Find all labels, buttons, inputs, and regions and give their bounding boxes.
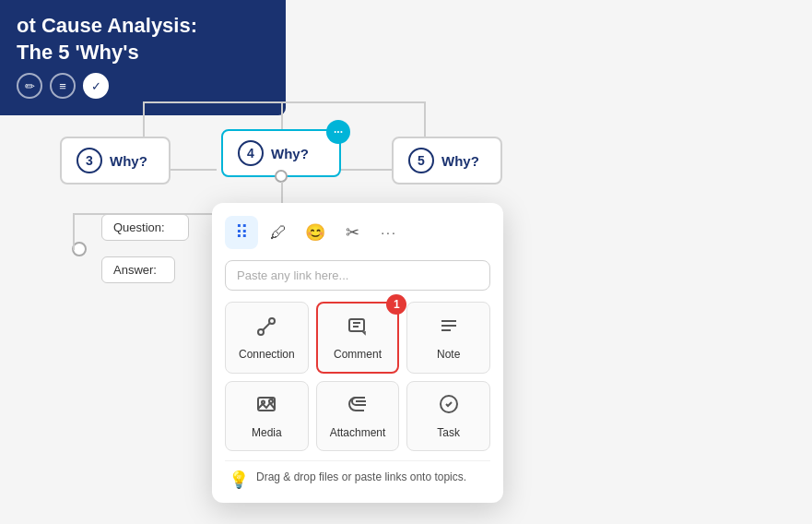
svg-point-10 [262,401,265,404]
tip-area: 💡 Drag & drop files or paste links onto … [225,460,490,490]
action-grid: Connection 1 Comment [225,302,490,451]
node-4-label: Why? [271,146,309,161]
toolbar-emoji-btn[interactable]: 😊 [299,216,332,249]
scissors-icon: ✂ [346,222,359,243]
connection-icon [255,316,277,342]
node-3-number: 3 [76,148,102,173]
paste-link-input[interactable] [225,260,490,291]
connection-label: Connection [239,348,295,361]
node-4-more-btn[interactable]: ··· [326,120,350,144]
title-card: ot Cause Analysis: The 5 'Why's ✏ ≡ ✓ [0,0,286,115]
question-node: Question: [101,214,189,241]
media-label: Media [252,426,282,439]
title-text: ot Cause Analysis: The 5 'Why's [17,13,269,66]
attachment-label: Attachment [330,426,386,439]
svg-point-0 [258,329,264,335]
popup-toolbar: ⠿ 🖊 😊 ✂ ··· [225,216,490,249]
node-5-label: Why? [441,153,479,169]
tip-text: Drag & drop files or paste links onto to… [256,469,466,485]
media-btn[interactable]: Media [225,381,309,451]
node-5-number: 5 [408,148,434,173]
comment-btn[interactable]: 1 Comment [316,302,400,374]
node-4[interactable]: ··· 4 Why? [221,129,341,177]
node-3-label: Why? [110,153,147,169]
check-icon-btn[interactable]: ✓ [83,73,109,99]
pin-icon: 🖊 [270,223,287,243]
connection-btn[interactable]: Connection [225,302,309,374]
tip-icon: 💡 [229,470,249,490]
node-4-connector [275,170,288,183]
attachment-icon [347,393,369,421]
note-label: Note [437,348,460,361]
comment-label: Comment [334,348,382,361]
task-icon [438,393,460,421]
note-btn[interactable]: Note [406,302,490,374]
note-icon [438,315,460,342]
title-icons: ✏ ≡ ✓ [17,73,269,99]
toolbar-grid-btn[interactable]: ⠿ [225,216,258,249]
answer-label: Answer: [113,263,157,277]
edit-icon-btn[interactable]: ✏ [17,73,42,99]
node-5[interactable]: 5 Why? [392,137,502,185]
toolbar-pin-btn[interactable]: 🖊 [262,216,295,249]
connector-line-top [143,101,424,103]
svg-rect-3 [349,319,364,331]
answer-node: Answer: [101,256,175,283]
node-4-number: 4 [238,140,264,166]
task-btn[interactable]: Task [406,381,490,451]
comment-icon [347,315,369,342]
toolbar-more-btn[interactable]: ··· [372,216,406,249]
question-label: Question: [113,220,165,234]
svg-point-1 [269,318,275,324]
svg-line-2 [264,323,270,329]
more-icon: ··· [381,225,397,240]
connector-v-left [73,213,75,250]
task-label: Task [437,426,460,439]
comment-badge: 1 [386,294,406,315]
svg-point-11 [269,399,273,403]
attachment-btn[interactable]: Attachment [316,381,400,451]
list-icon-btn[interactable]: ≡ [50,73,76,99]
popup-panel: ⠿ 🖊 😊 ✂ ··· Connection [212,203,503,503]
grid-icon: ⠿ [235,221,249,244]
emoji-icon: 😊 [305,222,325,243]
toolbar-scissors-btn[interactable]: ✂ [335,216,369,249]
media-icon [255,393,277,421]
node-3[interactable]: 3 Why? [60,137,171,185]
